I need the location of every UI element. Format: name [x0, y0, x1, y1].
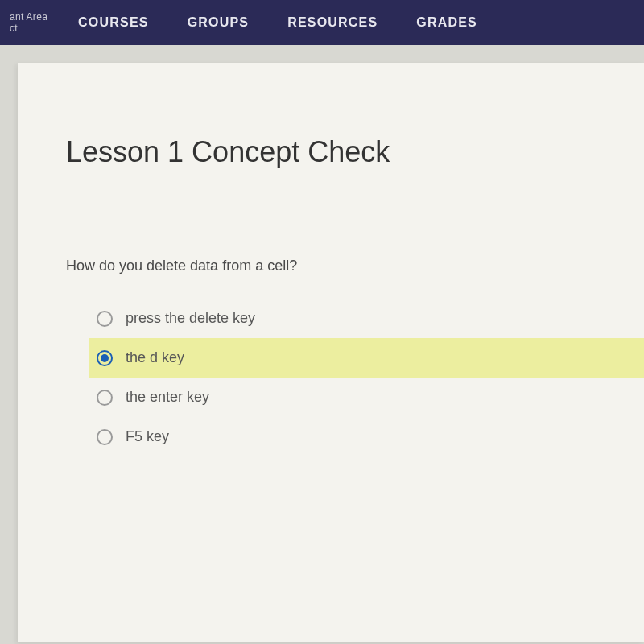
- content-card: Lesson 1 Concept Check How do you delete…: [18, 63, 644, 642]
- option-label: press the delete key: [126, 310, 255, 327]
- option-1[interactable]: press the delete key: [89, 299, 596, 338]
- brand-line2: ct: [10, 23, 47, 34]
- nav-courses[interactable]: COURSES: [78, 15, 149, 30]
- radio-icon: [97, 311, 113, 327]
- nav-groups[interactable]: GROUPS: [188, 15, 250, 30]
- question-prompt: How do you delete data from a cell?: [66, 258, 596, 275]
- option-2[interactable]: the d key: [89, 338, 644, 378]
- option-label: the d key: [126, 349, 184, 366]
- main-nav: COURSES GROUPS RESOURCES GRADES: [78, 15, 477, 30]
- nav-grades[interactable]: GRADES: [416, 15, 477, 30]
- top-nav-bar: ant Area ct COURSES GROUPS RESOURCES GRA…: [0, 0, 644, 45]
- option-label: F5 key: [126, 428, 169, 445]
- page-title: Lesson 1 Concept Check: [66, 135, 596, 169]
- option-3[interactable]: the enter key: [89, 378, 596, 417]
- option-4[interactable]: F5 key: [89, 417, 596, 456]
- brand-line1: ant Area: [10, 11, 47, 23]
- options-list: press the delete key the d key the enter…: [89, 299, 596, 456]
- brand-label: ant Area ct: [10, 11, 47, 34]
- radio-icon: [97, 350, 113, 366]
- radio-icon: [97, 429, 113, 445]
- nav-resources[interactable]: RESOURCES: [287, 15, 378, 30]
- option-label: the enter key: [126, 389, 209, 406]
- radio-icon: [97, 390, 113, 406]
